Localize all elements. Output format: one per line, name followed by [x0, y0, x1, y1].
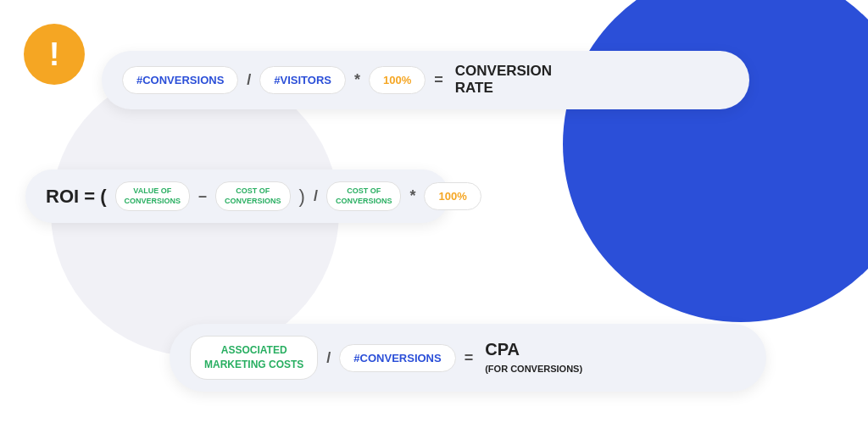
- cost-of-conversions-pill-1: COST OF CONVERSIONS: [215, 181, 291, 211]
- divide-operator-1: /: [247, 71, 251, 89]
- visitors-pill: #VISITORS: [259, 66, 346, 94]
- minus-operator: –: [198, 187, 207, 205]
- cost-of-conversions-pill-2: COST OF CONVERSIONS: [326, 181, 402, 211]
- blue-background-circle: [563, 0, 868, 322]
- cpa-formula: ASSOCIATED MARKETING COSTS / #CONVERSION…: [170, 324, 766, 392]
- hundred-percent-pill-2: 100%: [424, 182, 481, 210]
- cpa-label: CPA (FOR CONVERSIONS): [485, 339, 582, 377]
- equals-operator-1: =: [434, 71, 443, 89]
- conversions-pill: #CONVERSIONS: [122, 66, 238, 94]
- roi-label: ROI = (: [46, 186, 107, 208]
- conversions-pill-3: #CONVERSIONS: [339, 344, 455, 372]
- hundred-percent-pill-1: 100%: [369, 66, 426, 94]
- multiply-operator-1: *: [354, 71, 360, 89]
- roi-formula: ROI = ( VALUE OF CONVERSIONS – COST OF C…: [25, 170, 449, 223]
- divide-operator-3: /: [326, 349, 331, 367]
- multiply-operator-2: *: [409, 187, 415, 205]
- close-paren: ): [299, 186, 305, 208]
- divide-operator-2: /: [314, 187, 318, 205]
- conversion-rate-formula: #CONVERSIONS / #VISITORS * 100% = CONVER…: [102, 51, 749, 109]
- associated-marketing-costs-pill: ASSOCIATED MARKETING COSTS: [190, 336, 318, 380]
- exclamation-icon: !: [24, 24, 85, 85]
- conversion-rate-label: CONVERSION RATE: [455, 63, 552, 97]
- value-of-conversions-pill: VALUE OF CONVERSIONS: [115, 181, 191, 211]
- equals-operator-3: =: [465, 349, 474, 367]
